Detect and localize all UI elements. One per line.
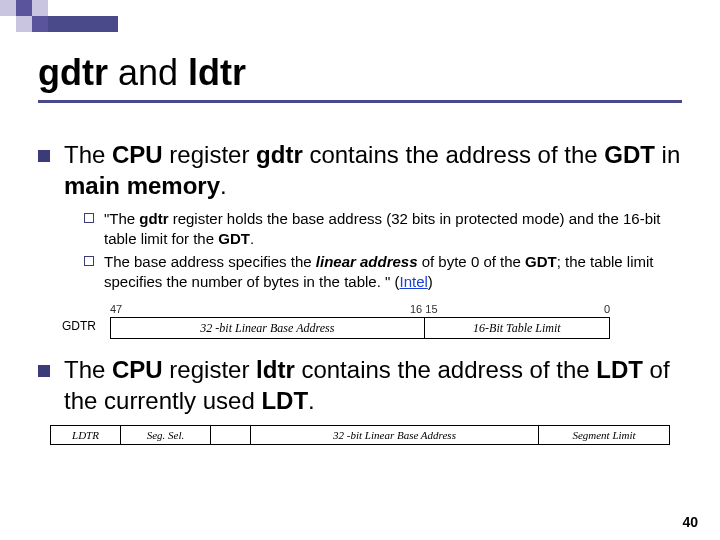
ldtr-limit: Segment Limit	[539, 426, 669, 444]
title-and: and	[108, 52, 188, 93]
bullet-2-text: The CPU register ldtr contains the addre…	[64, 355, 682, 416]
intel-link[interactable]: Intel	[399, 273, 427, 290]
hollow-bullet-icon	[84, 213, 94, 223]
ldtr-gap	[211, 426, 251, 444]
sub-bullet-list: "The gdtr register holds the base addres…	[84, 209, 682, 291]
page-number: 40	[682, 514, 698, 530]
ldtr-segsel: Seg. Sel.	[121, 426, 211, 444]
sub-bullet-2-text: The base address specifies the linear ad…	[104, 252, 682, 291]
bullet-2: The CPU register ldtr contains the addre…	[38, 355, 682, 416]
gdtr-diagram: 47 16 15 0 GDTR 32 -bit Linear Base Addr…	[110, 303, 610, 339]
sub-bullet-1: "The gdtr register holds the base addres…	[84, 209, 682, 248]
title-ldtr: ldtr	[188, 52, 246, 93]
square-bullet-icon	[38, 150, 50, 162]
title-underline	[38, 100, 682, 103]
hollow-bullet-icon	[84, 256, 94, 266]
bullet-1: The CPU register gdtr contains the addre…	[38, 140, 682, 201]
title-gdtr: gdtr	[38, 52, 108, 93]
slide-title: gdtr and ldtr	[38, 52, 246, 94]
ldtr-base: 32 -bit Linear Base Address	[251, 426, 539, 444]
sub-bullet-1-text: "The gdtr register holds the base addres…	[104, 209, 682, 248]
tick-47: 47	[110, 303, 122, 315]
slide-content: The CPU register gdtr contains the addre…	[38, 140, 682, 445]
gdtr-ticks: 47 16 15 0	[110, 303, 610, 317]
bullet-1-text: The CPU register gdtr contains the addre…	[64, 140, 682, 201]
tick-0: 0	[604, 303, 610, 315]
gdtr-label: GDTR	[62, 319, 96, 333]
ldtr-diagram: LDTR Seg. Sel. 32 -bit Linear Base Addre…	[50, 425, 670, 445]
sub-bullet-2: The base address specifies the linear ad…	[84, 252, 682, 291]
square-bullet-icon	[38, 365, 50, 377]
tick-16-15: 16 15	[410, 303, 438, 315]
ldtr-label: LDTR	[51, 426, 121, 444]
gdtr-box: 32 -bit Linear Base Address 16-Bit Table…	[110, 317, 610, 339]
gdtr-base-field: 32 -bit Linear Base Address	[111, 318, 425, 338]
gdtr-limit-field: 16-Bit Table Limit	[425, 318, 609, 338]
corner-decoration	[0, 0, 120, 36]
